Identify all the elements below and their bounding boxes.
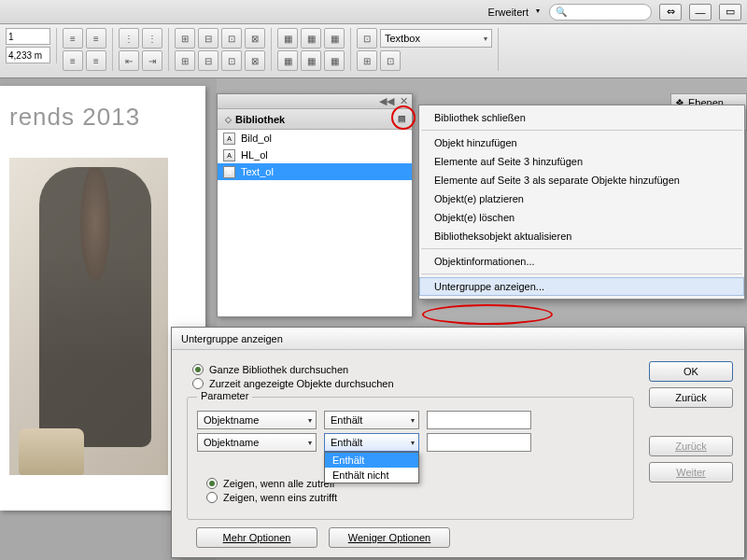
menu-item[interactable]: Bibliothek schließen xyxy=(419,108,744,127)
param-row-2: Objektname Enthält EnthältEnthält nicht xyxy=(197,433,624,452)
columns-input[interactable] xyxy=(6,28,50,45)
dropdown-option[interactable]: Enthält xyxy=(325,453,418,468)
asset-icon: A xyxy=(223,133,235,145)
library-item-label: Bild_ol xyxy=(241,133,272,144)
distribute-a-button[interactable]: ⊞ xyxy=(175,28,195,49)
field-dropdown-1[interactable]: Objektname xyxy=(197,411,317,429)
radio-icon xyxy=(206,478,218,489)
maximize-icon: ▭ xyxy=(726,6,735,18)
extra-b-button[interactable]: ⊡ xyxy=(380,50,401,71)
control-toolbar: ≡ ≡ ≡ ≡ ⋮ ⋮ ⇤ ⇥ ⊞ ⊟ ⊡ ⊠ ⊞ ⊟ ⊡ ⊠ xyxy=(0,24,747,78)
parameter-fieldset: Parameter Objektname Enthält Objektname … xyxy=(187,397,634,520)
fieldset-legend: Parameter xyxy=(197,390,252,401)
wrap-c-button[interactable]: ▦ xyxy=(324,28,345,49)
align-justify-button[interactable]: ≡ xyxy=(86,50,106,71)
list-number-button[interactable]: ⋮ xyxy=(142,28,162,49)
page-headline: rends 2013 xyxy=(9,103,196,132)
object-style-combo[interactable]: Textbox xyxy=(380,29,492,48)
scope-all-radio[interactable]: Ganze Bibliothek durchsuchen xyxy=(192,364,638,375)
prev-button: Zurück xyxy=(649,436,733,456)
search-field[interactable]: 🔍 xyxy=(549,4,652,21)
op-dropdown-2[interactable]: Enthält xyxy=(324,433,419,452)
library-item[interactable]: ABild_ol xyxy=(218,130,412,147)
op-dropdown-1[interactable]: Enthält xyxy=(324,411,419,429)
panel-flyout-button[interactable]: ▤ xyxy=(393,111,410,126)
library-item[interactable]: AHL_ol xyxy=(218,147,412,163)
maximize-button[interactable]: ▭ xyxy=(719,4,741,21)
indent-right-button[interactable]: ⇥ xyxy=(142,50,162,71)
radio-icon xyxy=(192,364,204,375)
search-icon: 🔍 xyxy=(556,7,567,17)
arrange-button[interactable]: ⇔ xyxy=(659,4,682,21)
indent-left-button[interactable]: ⇤ xyxy=(119,50,139,71)
more-options-button[interactable]: Mehr Optionen xyxy=(196,527,317,548)
wrap-e-button[interactable]: ▦ xyxy=(301,50,321,71)
wrap-a-button[interactable]: ▦ xyxy=(277,28,298,49)
distribute-e-button[interactable]: ⊞ xyxy=(175,50,195,71)
menu-item[interactable]: Objekt(e) platzieren xyxy=(419,189,744,208)
wrap-d-button[interactable]: ▦ xyxy=(277,50,298,71)
param-row-1: Objektname Enthält xyxy=(197,411,624,429)
menu-item[interactable]: Untergruppe anzeigen... xyxy=(419,277,744,296)
library-list[interactable]: ABild_olAHL_olAText_ol xyxy=(218,130,412,316)
library-item-label: Text_ol xyxy=(241,166,274,177)
back-button[interactable]: Zurück xyxy=(649,387,733,408)
align-right-button[interactable]: ≡ xyxy=(63,50,83,71)
library-panel: ◀◀ ✕ Bibliothek ▤ ABild_olAHL_olAText_ol xyxy=(217,93,413,317)
frame-icon[interactable]: ⊡ xyxy=(357,28,377,49)
match-any-radio[interactable]: Zeigen, wenn eins zutrifft xyxy=(206,492,624,503)
menu-item[interactable]: Elemente auf Seite 3 hinzufügen xyxy=(419,152,744,171)
asset-icon: A xyxy=(223,166,235,178)
next-button: Weiter xyxy=(649,462,733,483)
radio-icon xyxy=(206,492,218,503)
distribute-b-button[interactable]: ⊟ xyxy=(198,28,218,49)
minimize-button[interactable]: — xyxy=(689,4,712,21)
app-titlebar: Erweitert 🔍 ⇔ — ▭ xyxy=(0,0,747,24)
library-item-label: HL_ol xyxy=(241,149,268,161)
field-dropdown-2[interactable]: Objektname xyxy=(197,433,317,452)
list-bullet-button[interactable]: ⋮ xyxy=(119,28,139,49)
radio-icon xyxy=(192,378,204,389)
menu-item[interactable]: Bibliotheksobjekt aktualisieren xyxy=(419,227,744,245)
menu-item[interactable]: Objekt hinzufügen xyxy=(419,133,744,152)
scope-current-radio[interactable]: Zurzeit angezeigte Objekte durchsuchen xyxy=(192,378,638,389)
fewer-options-button[interactable]: Weniger Optionen xyxy=(329,527,450,548)
align-center-button[interactable]: ≡ xyxy=(86,28,106,49)
op-dropdown-2-list[interactable]: EnthältEnthält nicht xyxy=(324,452,419,483)
asset-icon: A xyxy=(223,149,235,161)
placed-image xyxy=(9,158,168,475)
wrap-f-button[interactable]: ▦ xyxy=(324,50,345,71)
distribute-h-button[interactable]: ⊠ xyxy=(245,50,265,71)
menu-item[interactable]: Objekt(e) löschen xyxy=(419,208,744,227)
distribute-d-button[interactable]: ⊠ xyxy=(245,28,265,49)
close-icon[interactable]: ✕ xyxy=(400,95,408,107)
arrange-icon: ⇔ xyxy=(667,6,675,18)
measure-input[interactable] xyxy=(6,47,50,63)
ok-button[interactable]: OK xyxy=(649,361,733,382)
distribute-f-button[interactable]: ⊟ xyxy=(198,50,218,71)
library-panel-tab[interactable]: Bibliothek ▤ xyxy=(218,109,412,130)
menu-item[interactable]: Elemente auf Seite 3 als separate Objekt… xyxy=(419,171,744,189)
library-item[interactable]: AText_ol xyxy=(218,163,412,180)
wrap-b-button[interactable]: ▦ xyxy=(301,28,321,49)
panel-flyout-menu: Bibliothek schließenObjekt hinzufügenEle… xyxy=(418,105,745,300)
value-input-1[interactable] xyxy=(427,411,531,429)
distribute-g-button[interactable]: ⊡ xyxy=(221,50,242,71)
workspace-selector[interactable]: Erweitert xyxy=(485,5,542,20)
panel-tabbar[interactable]: ◀◀ ✕ xyxy=(218,94,412,109)
collapse-icon[interactable]: ◀◀ xyxy=(379,95,394,107)
extra-a-button[interactable]: ⊞ xyxy=(357,50,377,71)
minimize-icon: — xyxy=(696,7,706,18)
align-left-button[interactable]: ≡ xyxy=(63,28,83,49)
dialog-titlebar[interactable]: Untergruppe anzeigen xyxy=(172,328,744,350)
distribute-c-button[interactable]: ⊡ xyxy=(221,28,242,49)
value-input-2[interactable] xyxy=(427,433,531,452)
menu-item[interactable]: Objektinformationen... xyxy=(419,252,744,271)
dropdown-option[interactable]: Enthält nicht xyxy=(325,468,418,483)
subgroup-dialog: Untergruppe anzeigen Ganze Bibliothek du… xyxy=(171,327,745,558)
